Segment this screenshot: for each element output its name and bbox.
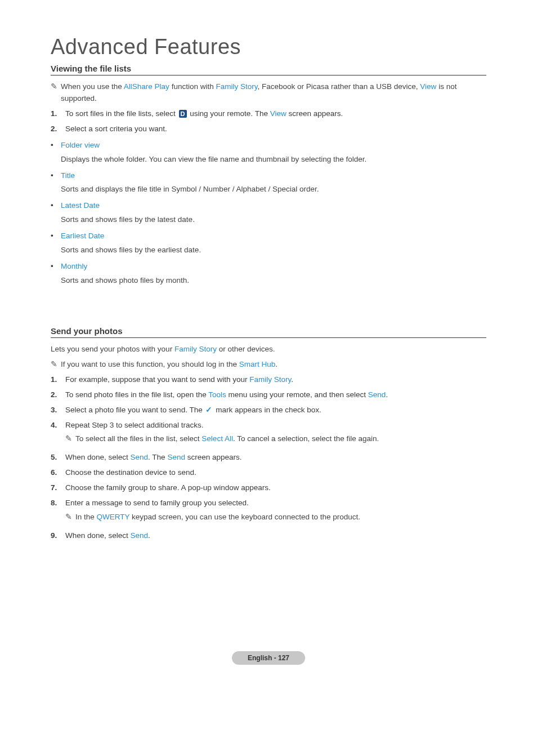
text: When done, select (65, 453, 131, 461)
keyword-select-all: Select All (202, 434, 233, 443)
text: screen appears. (185, 453, 242, 461)
keyword-family-story: Family Story (249, 375, 291, 384)
text: If you want to use this function, you sh… (61, 360, 239, 368)
option-label: Folder view (61, 140, 100, 152)
section-heading-viewing: Viewing the file lists (51, 64, 486, 75)
note-text: When you use the AllShare Play function … (61, 81, 486, 105)
note-text: In the QWERTY keypad screen, you can use… (75, 512, 486, 523)
d-button-icon: D (179, 110, 187, 118)
step-text: Select a photo file you want to send. Th… (65, 404, 486, 416)
step-text: Select a sort criteria you want. (65, 123, 486, 135)
check-icon: ✓ (205, 404, 212, 416)
option-desc: Sorts and shows files by the earliest da… (61, 244, 486, 256)
page-footer: English - 127 (0, 651, 537, 665)
list-item: 5. When done, select Send. The Send scre… (51, 452, 486, 464)
option-desc: Sorts and displays the file title in Sym… (61, 184, 486, 195)
list-item: • Monthly (51, 261, 486, 273)
text: . To cancel a selection, select the file… (233, 434, 379, 443)
step-text: Enter a message to send to family group … (65, 497, 486, 527)
send-steps-list: 1. For example, suppose that you want to… (51, 374, 486, 542)
step-text: To send photo files in the file list, op… (65, 389, 486, 401)
note-row: ✎ In the QWERTY keypad screen, you can u… (65, 512, 486, 523)
keyword-send: Send (131, 531, 149, 540)
text: screen appears. (287, 109, 343, 118)
list-item: • Folder view (51, 140, 486, 152)
text: keypad screen, you can use the keyboard … (129, 513, 360, 521)
list-item: 8. Enter a message to send to family gro… (51, 497, 486, 527)
step-number: 6. (51, 467, 61, 479)
step-number: 2. (51, 123, 61, 135)
pencil-icon: ✎ (65, 512, 72, 523)
text: To send photo files in the file list, op… (65, 390, 208, 399)
text: using your remote. The (188, 109, 270, 118)
text: function with (169, 82, 216, 91)
pencil-icon: ✎ (51, 81, 57, 105)
step-text: For example, suppose that you want to se… (65, 374, 486, 386)
text: Repeat Step 3 to select additional track… (65, 421, 203, 429)
list-item: 9. When done, select Send. (51, 530, 486, 542)
option-label: Latest Date (61, 200, 100, 212)
list-item: 7. Choose the family group to share. A p… (51, 482, 486, 494)
step-text: To sort files in the file lists, select … (65, 108, 486, 120)
step-number: 1. (51, 108, 61, 120)
pencil-icon: ✎ (65, 433, 72, 445)
bullet-icon: • (51, 261, 56, 273)
list-item: • Earliest Date (51, 230, 486, 242)
bullet-icon: • (51, 170, 56, 182)
list-item: 1. To sort files in the file lists, sele… (51, 108, 486, 120)
list-item: 2. To send photo files in the file list,… (51, 389, 486, 401)
text: menu using your remote, and then select (226, 390, 368, 399)
text: . (275, 360, 278, 368)
pencil-icon: ✎ (51, 359, 57, 371)
list-item: 6. Choose the destination device to send… (51, 467, 486, 479)
page-number-pill: English - 127 (232, 651, 305, 665)
text: mark appears in the check box. (213, 406, 321, 414)
option-desc: Sorts and shows files by the latest date… (61, 214, 486, 226)
list-item: • Latest Date (51, 200, 486, 212)
text: . (386, 390, 388, 399)
text: . (291, 375, 293, 384)
note-text: To select all the files in the list, sel… (75, 433, 486, 445)
list-item: 2. Select a sort criteria you want. (51, 123, 486, 135)
text: When you use the (61, 82, 124, 91)
keyword-qwerty: QWERTY (97, 513, 130, 521)
step-text: When done, select Send. (65, 530, 486, 542)
option-label: Monthly (61, 261, 87, 273)
option-desc: Sorts and shows photo files by month. (61, 275, 486, 287)
text: . The (148, 453, 167, 461)
list-item: 3. Select a photo file you want to send.… (51, 404, 486, 416)
step-text: When done, select Send. The Send screen … (65, 452, 486, 464)
text: When done, select (65, 531, 131, 540)
text: To select all the files in the list, sel… (75, 434, 202, 443)
keyword-family-story: Family Story (216, 82, 257, 91)
sort-options-list: • Folder view Displays the whole folder.… (51, 140, 486, 287)
list-item: • Title (51, 170, 486, 182)
option-label: Earliest Date (61, 230, 104, 242)
step-number: 8. (51, 497, 61, 527)
note-row: ✎ If you want to use this function, you … (51, 359, 486, 371)
step-number: 5. (51, 452, 61, 464)
bullet-icon: • (51, 200, 56, 212)
keyword-send: Send (131, 453, 149, 461)
list-item: 4. Repeat Step 3 to select additional tr… (51, 420, 486, 449)
intro-text: Lets you send your photos with your Fami… (51, 344, 486, 355)
keyword-send: Send (167, 453, 185, 461)
note-text: If you want to use this function, you sh… (61, 359, 486, 371)
step-text: Choose the destination device to send. (65, 467, 486, 479)
note-row: ✎ To select all the files in the list, s… (65, 433, 486, 445)
text: In the (75, 513, 97, 521)
step-text: Choose the family group to share. A pop-… (65, 482, 486, 494)
text: Lets you send your photos with your (51, 345, 174, 353)
step-number: 2. (51, 389, 61, 401)
bullet-icon: • (51, 140, 56, 152)
keyword-view: View (420, 82, 436, 91)
step-number: 1. (51, 374, 61, 386)
keyword-smart-hub: Smart Hub (239, 360, 276, 368)
keyword-family-story: Family Story (174, 345, 217, 353)
page-container: Advanced Features Viewing the file lists… (0, 0, 537, 699)
list-item: 1. For example, suppose that you want to… (51, 374, 486, 386)
text: , Facebook or Picasa rather than a USB d… (257, 82, 420, 91)
keyword-view: View (270, 109, 287, 118)
keyword-send: Send (368, 390, 386, 399)
step-number: 9. (51, 530, 61, 542)
